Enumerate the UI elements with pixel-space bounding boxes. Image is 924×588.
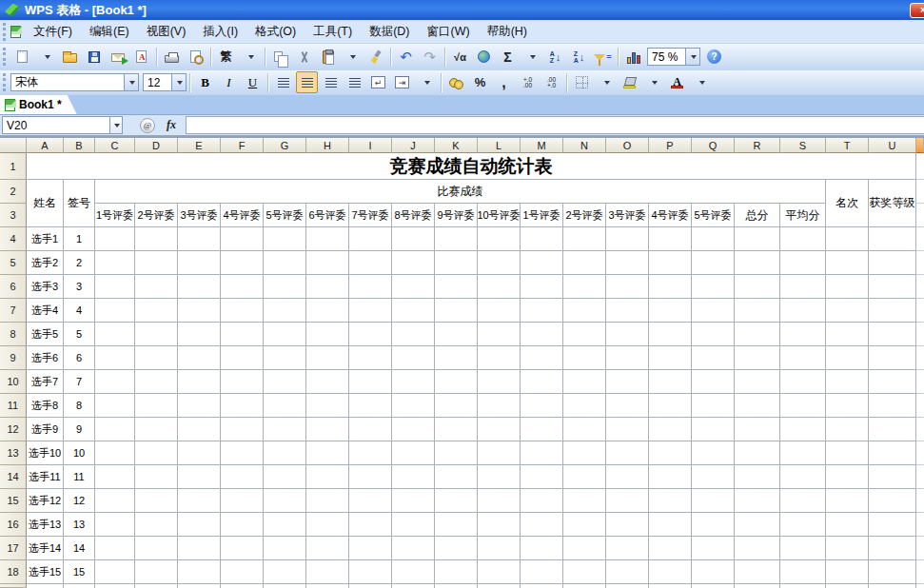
cell[interactable] (478, 227, 521, 251)
cell[interactable] (95, 537, 135, 560)
insert-function-button[interactable]: √α (449, 46, 471, 68)
format-painter-button[interactable] (364, 46, 386, 68)
cell[interactable] (649, 394, 692, 418)
cell[interactable] (221, 441, 264, 465)
cell[interactable] (826, 584, 869, 588)
cell[interactable] (916, 394, 924, 418)
cell[interactable] (349, 299, 392, 323)
cell[interactable] (869, 441, 916, 465)
cell[interactable] (392, 513, 435, 537)
cell[interactable] (735, 227, 780, 251)
cell[interactable] (135, 394, 178, 418)
player-sign-cell[interactable]: 5 (64, 323, 95, 346)
cell[interactable] (563, 227, 606, 251)
header-judge1-cell[interactable]: 3号评委 (178, 204, 221, 227)
zoom-combo[interactable]: 75 % (647, 48, 700, 66)
column-header-L[interactable]: L (478, 138, 521, 153)
cell[interactable] (306, 323, 349, 346)
row-header-11[interactable]: 11 (0, 394, 27, 418)
player-name-cell[interactable]: 选手9 (27, 418, 64, 441)
cell[interactable] (95, 489, 135, 513)
cell[interactable] (916, 584, 924, 588)
hyperlink-button[interactable] (473, 46, 495, 68)
font-size-combo[interactable]: 12 (143, 73, 187, 91)
cell[interactable] (478, 275, 521, 299)
merge-center-button[interactable]: ⇥ (391, 71, 413, 93)
column-header-K[interactable]: K (435, 138, 478, 153)
cell[interactable] (606, 370, 649, 394)
cell[interactable] (478, 584, 521, 588)
cell[interactable] (435, 418, 478, 441)
row-header-3[interactable]: 3 (0, 204, 27, 227)
cell[interactable] (606, 251, 649, 275)
cell[interactable] (826, 489, 869, 513)
cell[interactable] (916, 275, 924, 299)
header-judge2-cell[interactable]: 4号评委 (649, 204, 692, 227)
player-sign-cell[interactable]: 14 (64, 537, 95, 560)
row-header-15[interactable]: 15 (0, 489, 27, 513)
cell[interactable] (306, 513, 349, 537)
paste-button[interactable] (317, 46, 339, 68)
cell[interactable] (826, 299, 869, 323)
cell[interactable] (349, 227, 392, 251)
row-header-18[interactable]: 18 (0, 560, 27, 584)
cell[interactable] (349, 346, 392, 370)
cell[interactable] (478, 370, 521, 394)
cell[interactable] (735, 346, 780, 370)
cell[interactable] (521, 489, 563, 513)
cell[interactable] (264, 537, 306, 560)
cell[interactable] (135, 537, 178, 560)
cell[interactable] (649, 418, 692, 441)
cell[interactable] (478, 346, 521, 370)
cell[interactable] (869, 465, 916, 489)
cell[interactable] (178, 537, 221, 560)
sheet-title-cell[interactable]: 竞赛成绩自动统计表 (27, 153, 916, 180)
cell[interactable] (178, 346, 221, 370)
cell[interactable] (869, 418, 916, 441)
borders-button[interactable] (571, 71, 593, 93)
column-header-O[interactable]: O (606, 138, 649, 153)
cell[interactable] (135, 370, 178, 394)
cell[interactable] (735, 465, 780, 489)
player-name-cell[interactable]: 选手1 (27, 227, 64, 251)
cell[interactable] (135, 299, 178, 323)
cell[interactable] (392, 584, 435, 588)
row-header-partial[interactable] (0, 584, 27, 588)
cell[interactable] (221, 394, 264, 418)
player-sign-cell[interactable]: 3 (64, 275, 95, 299)
cell[interactable] (916, 323, 924, 346)
header-rank-cell[interactable]: 名次 (826, 180, 869, 227)
header-score-group-cell[interactable]: 比赛成绩 (95, 180, 826, 204)
cell[interactable] (135, 441, 178, 465)
cell[interactable] (221, 370, 264, 394)
cell[interactable] (478, 560, 521, 584)
cell[interactable] (916, 465, 924, 489)
cell[interactable] (95, 465, 135, 489)
cell[interactable] (306, 394, 349, 418)
cell[interactable] (306, 441, 349, 465)
row-header-12[interactable]: 12 (0, 418, 27, 441)
cell[interactable] (221, 465, 264, 489)
cell[interactable] (178, 299, 221, 323)
cell[interactable] (478, 323, 521, 346)
menu-item-8[interactable]: 帮助(H) (479, 21, 536, 43)
sort-descending-button[interactable]: ZA ↓ (568, 46, 590, 68)
cell[interactable] (478, 513, 521, 537)
row-header-6[interactable]: 6 (0, 275, 27, 299)
cell[interactable] (869, 227, 916, 251)
cell[interactable] (178, 513, 221, 537)
player-name-cell[interactable]: 选手7 (27, 370, 64, 394)
cell[interactable] (349, 560, 392, 584)
cell[interactable] (478, 465, 521, 489)
cell[interactable] (392, 465, 435, 489)
cell[interactable] (392, 394, 435, 418)
select-all-corner[interactable] (0, 138, 27, 153)
tab-book1[interactable]: Book1 * (0, 95, 77, 114)
cell[interactable] (606, 275, 649, 299)
cell[interactable] (264, 299, 306, 323)
cell[interactable] (826, 513, 869, 537)
cell[interactable] (780, 323, 826, 346)
column-header-C[interactable]: C (95, 138, 135, 153)
cell[interactable] (221, 584, 264, 588)
cell[interactable] (649, 537, 692, 560)
